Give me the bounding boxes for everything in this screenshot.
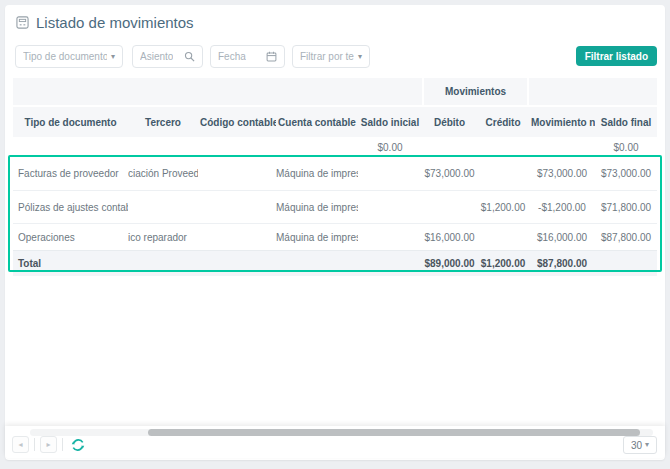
refresh-icon — [71, 438, 85, 452]
chevron-down-icon: ▾ — [358, 53, 362, 61]
refresh-button[interactable] — [68, 435, 87, 454]
page-title: Listado de movimientos — [36, 14, 194, 31]
cell-neto: -$1,200.00 — [529, 190, 595, 223]
table-row: Pólizas de ajustes contabl... Máquina de… — [13, 190, 657, 223]
tipo-documento-placeholder: Tipo de documento — [23, 51, 107, 62]
divider — [34, 438, 35, 451]
total-label: Total — [13, 250, 128, 276]
col-header-codigo-contable: Código contable — [198, 107, 276, 137]
cell-saldo-inicial — [358, 190, 422, 223]
movements-card: Listado de movimientos Tipo de documento… — [5, 5, 665, 460]
group-header-row: Movimientos — [13, 78, 657, 107]
total-row: Total $89,000.00 $1,200.00 $87,800.00 — [13, 250, 657, 276]
cell-saldo-final: $0.00 — [595, 137, 657, 157]
footer-bar: ◂ ▸ 30 ▾ — [5, 426, 665, 458]
cell-tercero — [128, 250, 198, 276]
cell-cuenta: Máquina de impresión — [276, 190, 358, 223]
cell-credito — [477, 223, 529, 250]
cell-tercero — [128, 190, 198, 223]
cell-credito — [477, 157, 529, 190]
opening-balance-row: $0.00 $0.00 — [13, 137, 657, 157]
cell-cuenta: Máquina de impresión — [276, 223, 358, 250]
cell-neto: $73,000.00 — [529, 157, 595, 190]
page: Listado de movimientos Tipo de documento… — [0, 0, 670, 469]
col-header-saldo-inicial: Saldo inicial — [358, 107, 422, 137]
cell-tipo: Pólizas de ajustes contabl... — [13, 190, 128, 223]
cell-debito — [422, 190, 477, 223]
tercero-select[interactable]: Filtrar por tercero ▾ — [292, 45, 370, 68]
pagination-controls: ◂ ▸ — [12, 435, 87, 454]
cell-debito — [422, 137, 477, 157]
table-row: Facturas de proveedor ciación Proveedore… — [13, 157, 657, 190]
cell-neto — [529, 137, 595, 157]
total-debito: $89,000.00 — [422, 250, 477, 276]
cell-codigo — [198, 137, 276, 157]
col-header-debito: Débito — [422, 107, 477, 137]
group-header-movimientos: Movimientos — [422, 78, 529, 107]
cell-saldo-final: $71,800.00 — [595, 190, 657, 223]
cell-tipo: Facturas de proveedor — [13, 157, 128, 190]
total-saldo-final — [595, 250, 657, 276]
col-header-movimiento-neto: Movimiento neto — [529, 107, 595, 137]
cell-saldo-final: $87,800.00 — [595, 223, 657, 250]
fecha-placeholder: Fecha — [218, 51, 246, 62]
cell-tercero: ciación Proveedores — [128, 157, 198, 190]
cell-tipo: Operaciones — [13, 223, 128, 250]
cell-saldo-inicial — [358, 223, 422, 250]
cell-debito: $73,000.00 — [422, 157, 477, 190]
movements-table: Movimientos Tipo de documento Tercero Có… — [13, 78, 657, 276]
asiento-placeholder: Asiento — [140, 51, 173, 62]
table-row: Operaciones ico reparador Máquina de imp… — [13, 223, 657, 250]
col-header-tercero: Tercero — [128, 107, 198, 137]
total-credito: $1,200.00 — [477, 250, 529, 276]
tercero-placeholder: Filtrar por tercero — [300, 51, 354, 62]
asiento-input[interactable]: Asiento — [132, 45, 203, 68]
next-page-button[interactable]: ▸ — [40, 436, 57, 453]
cell-saldo-final: $73,000.00 — [595, 157, 657, 190]
divider — [62, 438, 63, 451]
cell-codigo — [198, 223, 276, 250]
cell-cuenta — [276, 250, 358, 276]
cell-codigo — [198, 157, 276, 190]
cell-cuenta: Máquina de impresión — [276, 157, 358, 190]
search-icon — [184, 51, 195, 62]
prev-page-button[interactable]: ◂ — [12, 436, 29, 453]
cell-cuenta — [276, 137, 358, 157]
cell-saldo-inicial — [358, 157, 422, 190]
fecha-input[interactable]: Fecha — [210, 45, 285, 68]
cell-saldo-inicial — [358, 250, 422, 276]
group-header-spacer-right — [529, 78, 657, 107]
title-row: Listado de movimientos — [16, 14, 194, 31]
cell-tercero: ico reparador — [128, 223, 198, 250]
calendar-icon — [266, 51, 277, 62]
col-header-cuenta-contable: Cuenta contable — [276, 107, 358, 137]
group-header-spacer-left — [13, 78, 422, 107]
cell-tercero — [128, 137, 198, 157]
page-size-select[interactable]: 30 ▾ — [623, 436, 657, 454]
filter-list-button[interactable]: Filtrar listado — [576, 46, 657, 66]
cell-neto: $16,000.00 — [529, 223, 595, 250]
page-size-value: 30 — [631, 440, 642, 451]
horizontal-scrollbar[interactable] — [30, 429, 653, 436]
col-header-credito: Crédito — [477, 107, 529, 137]
cell-credito — [477, 137, 529, 157]
chevron-down-icon: ▾ — [111, 53, 115, 61]
filter-bar: Tipo de documento ▾ Asiento Fecha — [15, 45, 657, 68]
cell-credito: $1,200.00 — [477, 190, 529, 223]
cell-tipo — [13, 137, 128, 157]
tipo-documento-select[interactable]: Tipo de documento ▾ — [15, 45, 123, 68]
cell-saldo-inicial: $0.00 — [358, 137, 422, 157]
chevron-down-icon: ▾ — [645, 441, 649, 449]
scrollbar-thumb[interactable] — [148, 429, 640, 436]
total-neto: $87,800.00 — [529, 250, 595, 276]
cell-debito: $16,000.00 — [422, 223, 477, 250]
cell-codigo — [198, 250, 276, 276]
col-header-tipo-de-documento: Tipo de documento — [13, 107, 128, 137]
left-arrow-icon: ◂ — [18, 440, 22, 449]
col-header-saldo-final: Saldo final — [595, 107, 657, 137]
calculator-icon — [16, 16, 29, 29]
column-header-row: Tipo de documento Tercero Código contabl… — [13, 107, 657, 137]
right-arrow-icon: ▸ — [46, 440, 50, 449]
cell-codigo — [198, 190, 276, 223]
